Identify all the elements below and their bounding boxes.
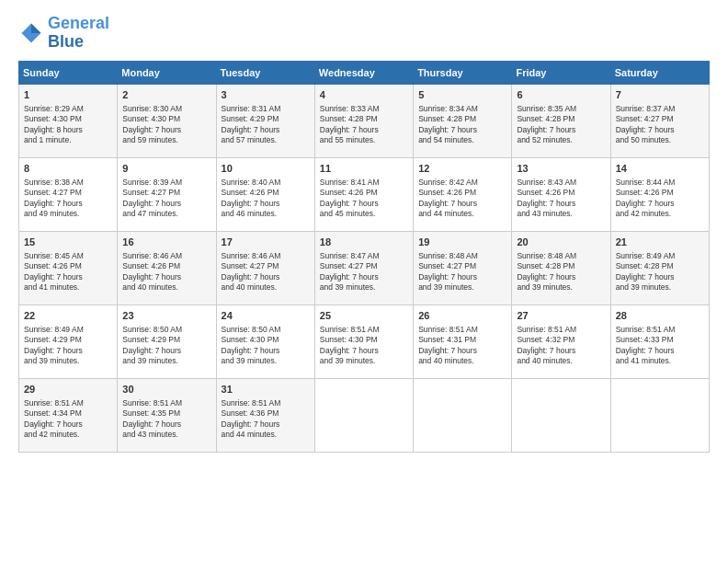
calendar-day-cell	[610, 378, 709, 452]
day-number: 29	[24, 383, 112, 396]
day-info: Sunrise: 8:48 AM Sunset: 4:28 PM Dayligh…	[517, 251, 605, 293]
day-info: Sunrise: 8:51 AM Sunset: 4:32 PM Dayligh…	[517, 325, 605, 367]
day-info: Sunrise: 8:46 AM Sunset: 4:27 PM Dayligh…	[222, 251, 310, 293]
calendar-week-row: 1Sunrise: 8:29 AM Sunset: 4:30 PM Daylig…	[19, 84, 710, 157]
calendar-day-cell: 15Sunrise: 8:45 AM Sunset: 4:26 PM Dayli…	[19, 231, 118, 304]
day-number: 8	[24, 162, 112, 176]
day-number: 23	[122, 309, 210, 323]
calendar-day-cell: 10Sunrise: 8:40 AM Sunset: 4:26 PM Dayli…	[216, 157, 314, 231]
calendar-day-cell: 16Sunrise: 8:46 AM Sunset: 4:26 PM Dayli…	[118, 231, 216, 304]
day-info: Sunrise: 8:51 AM Sunset: 4:35 PM Dayligh…	[122, 398, 210, 441]
calendar-day-cell: 7Sunrise: 8:37 AM Sunset: 4:27 PM Daylig…	[610, 84, 709, 157]
weekday-header-cell: Thursday	[414, 61, 512, 84]
day-info: Sunrise: 8:43 AM Sunset: 4:26 PM Dayligh…	[517, 178, 605, 220]
day-info: Sunrise: 8:29 AM Sunset: 4:30 PM Dayligh…	[24, 104, 112, 146]
day-number: 18	[320, 236, 408, 249]
calendar-week-row: 29Sunrise: 8:51 AM Sunset: 4:34 PM Dayli…	[19, 378, 710, 452]
day-number: 21	[616, 236, 704, 249]
calendar-day-cell: 28Sunrise: 8:51 AM Sunset: 4:33 PM Dayli…	[610, 304, 709, 378]
day-info: Sunrise: 8:33 AM Sunset: 4:28 PM Dayligh…	[320, 104, 408, 146]
day-info: Sunrise: 8:49 AM Sunset: 4:28 PM Dayligh…	[616, 251, 704, 293]
calendar-week-row: 8Sunrise: 8:38 AM Sunset: 4:27 PM Daylig…	[19, 157, 710, 231]
calendar-body: 1Sunrise: 8:29 AM Sunset: 4:30 PM Daylig…	[19, 84, 710, 452]
day-number: 27	[517, 309, 605, 323]
calendar-day-cell: 31Sunrise: 8:51 AM Sunset: 4:36 PM Dayli…	[216, 378, 314, 452]
day-number: 14	[616, 162, 704, 176]
day-number: 30	[122, 383, 210, 396]
logo: General Blue	[18, 15, 109, 52]
weekday-header-cell: Monday	[118, 61, 216, 84]
day-info: Sunrise: 8:31 AM Sunset: 4:29 PM Dayligh…	[222, 104, 310, 146]
calendar-day-cell: 14Sunrise: 8:44 AM Sunset: 4:26 PM Dayli…	[610, 157, 709, 231]
day-number: 19	[418, 236, 506, 249]
calendar-day-cell	[314, 378, 413, 452]
weekday-header-cell: Sunday	[19, 61, 118, 84]
day-number: 11	[320, 162, 408, 176]
day-number: 5	[418, 88, 506, 102]
page: General Blue SundayMondayTuesdayWednesda…	[0, 0, 728, 563]
calendar-day-cell: 13Sunrise: 8:43 AM Sunset: 4:26 PM Dayli…	[512, 157, 610, 231]
day-info: Sunrise: 8:50 AM Sunset: 4:29 PM Dayligh…	[122, 325, 210, 367]
calendar-day-cell: 30Sunrise: 8:51 AM Sunset: 4:35 PM Dayli…	[118, 378, 216, 452]
day-info: Sunrise: 8:50 AM Sunset: 4:30 PM Dayligh…	[222, 325, 310, 367]
day-info: Sunrise: 8:37 AM Sunset: 4:27 PM Dayligh…	[616, 104, 704, 146]
day-info: Sunrise: 8:51 AM Sunset: 4:31 PM Dayligh…	[418, 325, 506, 367]
calendar-day-cell: 4Sunrise: 8:33 AM Sunset: 4:28 PM Daylig…	[314, 84, 413, 157]
day-number: 20	[517, 236, 605, 249]
day-number: 26	[418, 309, 506, 323]
calendar-day-cell: 29Sunrise: 8:51 AM Sunset: 4:34 PM Dayli…	[19, 378, 118, 452]
day-info: Sunrise: 8:47 AM Sunset: 4:27 PM Dayligh…	[320, 251, 408, 293]
day-number: 13	[517, 162, 605, 176]
day-number: 22	[24, 309, 112, 323]
day-info: Sunrise: 8:48 AM Sunset: 4:27 PM Dayligh…	[418, 251, 506, 293]
day-number: 7	[616, 88, 704, 102]
calendar-week-row: 22Sunrise: 8:49 AM Sunset: 4:29 PM Dayli…	[19, 304, 710, 378]
weekday-header-cell: Saturday	[610, 61, 709, 84]
day-number: 28	[616, 309, 704, 323]
day-info: Sunrise: 8:51 AM Sunset: 4:36 PM Dayligh…	[222, 398, 310, 441]
day-info: Sunrise: 8:51 AM Sunset: 4:30 PM Dayligh…	[320, 325, 408, 367]
calendar-day-cell: 25Sunrise: 8:51 AM Sunset: 4:30 PM Dayli…	[314, 304, 413, 378]
day-info: Sunrise: 8:51 AM Sunset: 4:33 PM Dayligh…	[616, 325, 704, 367]
calendar-day-cell: 21Sunrise: 8:49 AM Sunset: 4:28 PM Dayli…	[610, 231, 709, 304]
day-number: 9	[122, 162, 210, 176]
day-info: Sunrise: 8:46 AM Sunset: 4:26 PM Dayligh…	[122, 251, 210, 293]
day-number: 31	[222, 383, 310, 396]
day-info: Sunrise: 8:38 AM Sunset: 4:27 PM Dayligh…	[24, 178, 112, 220]
calendar-day-cell: 1Sunrise: 8:29 AM Sunset: 4:30 PM Daylig…	[19, 84, 118, 157]
day-info: Sunrise: 8:35 AM Sunset: 4:28 PM Dayligh…	[517, 104, 605, 146]
calendar-day-cell: 6Sunrise: 8:35 AM Sunset: 4:28 PM Daylig…	[512, 84, 610, 157]
day-info: Sunrise: 8:44 AM Sunset: 4:26 PM Dayligh…	[616, 178, 704, 220]
calendar-table: SundayMondayTuesdayWednesdayThursdayFrid…	[18, 61, 710, 453]
day-info: Sunrise: 8:51 AM Sunset: 4:34 PM Dayligh…	[24, 398, 112, 441]
day-info: Sunrise: 8:34 AM Sunset: 4:28 PM Dayligh…	[418, 104, 506, 146]
calendar-day-cell: 5Sunrise: 8:34 AM Sunset: 4:28 PM Daylig…	[414, 84, 512, 157]
day-number: 15	[24, 236, 112, 249]
calendar-day-cell: 23Sunrise: 8:50 AM Sunset: 4:29 PM Dayli…	[118, 304, 216, 378]
day-number: 12	[418, 162, 506, 176]
weekday-header-cell: Friday	[512, 61, 610, 84]
day-info: Sunrise: 8:45 AM Sunset: 4:26 PM Dayligh…	[24, 251, 112, 293]
calendar-day-cell: 19Sunrise: 8:48 AM Sunset: 4:27 PM Dayli…	[414, 231, 512, 304]
calendar-day-cell: 27Sunrise: 8:51 AM Sunset: 4:32 PM Dayli…	[512, 304, 610, 378]
logo-icon	[18, 20, 44, 46]
day-info: Sunrise: 8:41 AM Sunset: 4:26 PM Dayligh…	[320, 178, 408, 220]
calendar-day-cell	[512, 378, 610, 452]
calendar-day-cell: 22Sunrise: 8:49 AM Sunset: 4:29 PM Dayli…	[19, 304, 118, 378]
calendar-day-cell: 2Sunrise: 8:30 AM Sunset: 4:30 PM Daylig…	[118, 84, 216, 157]
calendar-day-cell	[414, 378, 512, 452]
calendar-day-cell: 9Sunrise: 8:39 AM Sunset: 4:27 PM Daylig…	[118, 157, 216, 231]
svg-marker-1	[31, 23, 41, 33]
header: General Blue	[18, 15, 710, 52]
day-number: 16	[122, 236, 210, 249]
day-info: Sunrise: 8:30 AM Sunset: 4:30 PM Dayligh…	[122, 104, 210, 146]
day-number: 6	[517, 88, 605, 102]
day-info: Sunrise: 8:40 AM Sunset: 4:26 PM Dayligh…	[222, 178, 310, 220]
calendar-day-cell: 20Sunrise: 8:48 AM Sunset: 4:28 PM Dayli…	[512, 231, 610, 304]
day-number: 10	[222, 162, 310, 176]
calendar-day-cell: 26Sunrise: 8:51 AM Sunset: 4:31 PM Dayli…	[414, 304, 512, 378]
logo-text: General Blue	[48, 15, 109, 52]
calendar-day-cell: 18Sunrise: 8:47 AM Sunset: 4:27 PM Dayli…	[314, 231, 413, 304]
day-number: 2	[122, 88, 210, 102]
day-info: Sunrise: 8:42 AM Sunset: 4:26 PM Dayligh…	[418, 178, 506, 220]
